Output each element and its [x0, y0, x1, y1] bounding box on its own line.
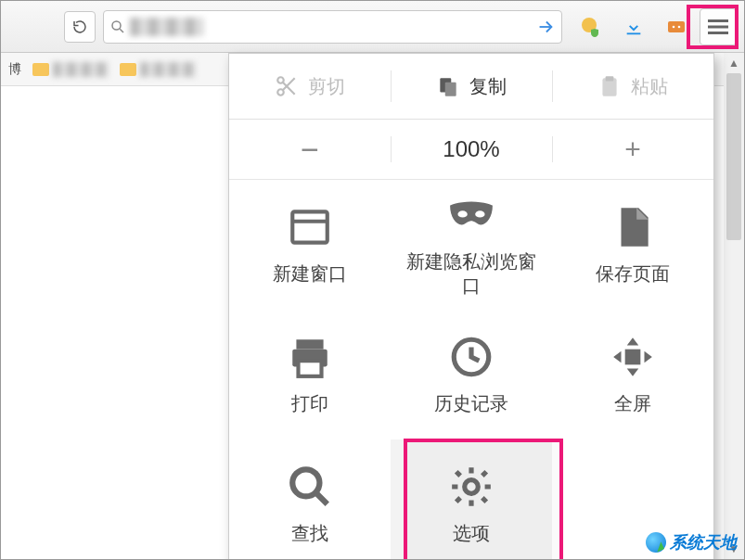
svg-point-5: [678, 25, 681, 28]
new-window-label: 新建窗口: [273, 261, 347, 286]
bookmark-label-blurred: [53, 62, 109, 77]
scissors-icon: [275, 74, 299, 98]
zoom-row: − 100% +: [229, 120, 713, 180]
options-item[interactable]: 选项: [391, 439, 552, 560]
watermark-globe-icon: [646, 532, 666, 553]
scroll-up-arrow[interactable]: ▲: [724, 53, 744, 73]
svg-rect-7: [708, 25, 728, 28]
private-window-item[interactable]: 新建隐私浏览窗口: [391, 180, 552, 310]
svg-point-9: [277, 77, 284, 83]
paste-button[interactable]: 粘贴: [552, 54, 713, 119]
browser-toolbar: [1, 1, 744, 53]
search-icon: [109, 19, 126, 35]
svg-point-17: [457, 210, 467, 217]
save-page-label: 保存页面: [596, 261, 670, 286]
plus-icon: +: [624, 134, 641, 165]
watermark: 系统天地: [646, 531, 737, 554]
clipboard-icon: [597, 74, 622, 98]
svg-rect-23: [625, 350, 641, 365]
zoom-level: 100%: [391, 120, 552, 179]
printer-icon: [287, 334, 333, 380]
page-icon: [610, 204, 656, 250]
svg-rect-12: [445, 83, 456, 96]
cut-button[interactable]: 剪切: [229, 54, 391, 119]
svg-rect-6: [708, 19, 728, 22]
print-item[interactable]: 打印: [229, 310, 391, 439]
svg-point-0: [112, 21, 121, 30]
reload-button[interactable]: [64, 11, 96, 43]
bookmark-folder-item[interactable]: [32, 62, 109, 77]
svg-point-25: [465, 480, 479, 494]
svg-rect-19: [296, 339, 323, 349]
clipboard-row: 剪切 复制 粘贴: [229, 54, 713, 120]
history-label: 历史记录: [434, 391, 508, 415]
toolbar-icons: [579, 15, 688, 39]
find-item[interactable]: 查找: [229, 439, 391, 560]
private-window-label: 新建隐私浏览窗口: [406, 249, 536, 298]
fullscreen-label: 全屏: [614, 391, 651, 415]
zoom-out-button[interactable]: −: [229, 120, 391, 179]
main-menu-panel: 剪切 复制 粘贴 − 100% + 新建: [228, 53, 714, 560]
globe-shield-icon[interactable]: [579, 15, 603, 39]
paste-label: 粘贴: [631, 74, 668, 99]
window-icon: [287, 204, 333, 250]
svg-rect-3: [668, 21, 685, 32]
folder-icon: [120, 63, 136, 76]
scroll-track[interactable]: [724, 73, 744, 539]
fullscreen-icon: [610, 334, 656, 380]
clock-icon: [448, 334, 495, 380]
bookmark-label: 博: [8, 61, 21, 78]
svg-rect-14: [606, 76, 614, 81]
bookmark-label-blurred: [140, 62, 196, 77]
history-item[interactable]: 历史记录: [391, 310, 552, 439]
save-page-item[interactable]: 保存页面: [552, 180, 713, 310]
svg-point-4: [673, 25, 675, 28]
svg-point-18: [475, 210, 484, 217]
svg-rect-21: [299, 361, 322, 376]
bookmark-folder-item[interactable]: [120, 62, 196, 77]
svg-rect-8: [708, 32, 728, 34]
new-window-item[interactable]: 新建窗口: [229, 180, 391, 310]
print-label: 打印: [291, 391, 328, 415]
bookmark-item[interactable]: 博: [8, 61, 21, 78]
copy-icon: [436, 74, 460, 98]
go-arrow-icon[interactable]: [535, 17, 556, 37]
zoom-label: 100%: [443, 136, 499, 162]
zoom-in-button[interactable]: +: [552, 120, 713, 179]
cut-label: 剪切: [308, 74, 345, 99]
download-icon[interactable]: [622, 15, 646, 39]
svg-rect-15: [292, 211, 328, 242]
fullscreen-item[interactable]: 全屏: [552, 310, 713, 439]
minus-icon: −: [301, 132, 319, 168]
copy-button[interactable]: 复制: [391, 54, 552, 119]
svg-rect-2: [627, 32, 641, 34]
find-label: 查找: [291, 521, 328, 545]
address-bar[interactable]: [103, 10, 562, 44]
svg-point-24: [292, 469, 319, 496]
gear-icon: [448, 464, 495, 510]
menu-grid: 新建窗口 新建隐私浏览窗口 保存页面 打印 历史记录: [229, 180, 713, 560]
folder-icon: [32, 63, 49, 76]
magnifier-icon: [287, 464, 333, 510]
fox-icon[interactable]: [664, 15, 688, 39]
copy-label: 复制: [469, 74, 507, 99]
address-text-blurred: [130, 18, 204, 36]
vertical-scrollbar[interactable]: ▲ ▼: [724, 53, 744, 559]
mask-icon: [448, 192, 495, 238]
options-label: 选项: [453, 521, 490, 545]
scroll-thumb[interactable]: [726, 73, 741, 240]
watermark-text: 系统天地: [670, 531, 737, 554]
svg-point-10: [277, 89, 284, 95]
hamburger-menu-button[interactable]: [700, 8, 737, 45]
